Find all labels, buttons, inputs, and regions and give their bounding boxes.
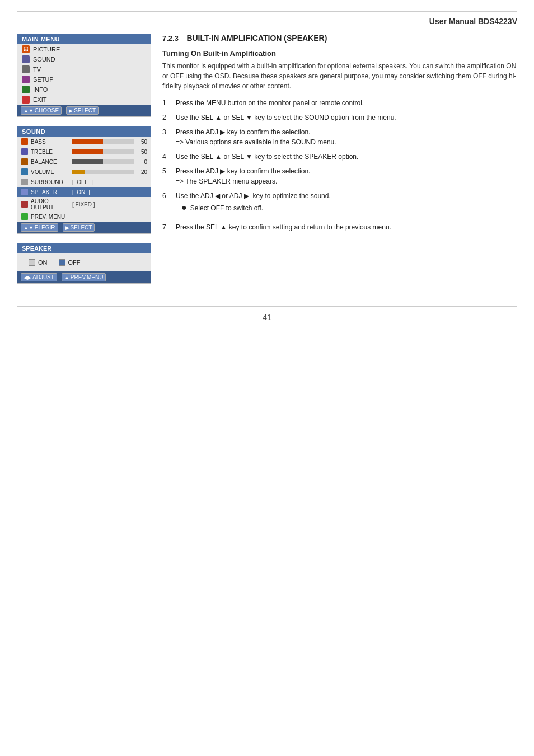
subsection-title: Turning On Built-in Amplification bbox=[162, 49, 517, 58]
main-menu-bottom-bar: ▲▼ CHOOSE ▶ SELECT bbox=[17, 105, 151, 116]
sound-item-audio-output: AUDIO OUTPUT [ FIXED ] bbox=[17, 197, 151, 212]
svg-rect-2 bbox=[22, 56, 29, 63]
menu-item-tv: TV bbox=[17, 64, 151, 74]
exit-label: EXIT bbox=[33, 96, 46, 103]
sound-select-btn: ▶ SELECT bbox=[63, 223, 95, 232]
section-header: 7.2.3 BUILT-IN AMPLIFICATION (SPEAKER) bbox=[162, 34, 517, 43]
sound-menu-bottom-bar: ▲▼ ELEGIR ▶ SELECT bbox=[17, 222, 151, 233]
left-column: MAIN MENU 🖼 PICTURE SOUND TV bbox=[17, 34, 151, 284]
exit-icon bbox=[22, 96, 30, 104]
volume-bar bbox=[72, 170, 134, 174]
right-column: 7.2.3 BUILT-IN AMPLIFICATION (SPEAKER) T… bbox=[162, 34, 517, 284]
balance-icon bbox=[21, 158, 29, 166]
svg-rect-3 bbox=[22, 66, 29, 73]
sound-menu-title: SOUND bbox=[17, 126, 151, 137]
sound-item-surround: SURROUND [ OFF ] bbox=[17, 177, 151, 187]
audio-output-icon bbox=[21, 200, 29, 208]
svg-rect-12 bbox=[21, 189, 28, 195]
step-4: 4 Use the SEL ▲ or SEL ▼ key to select t… bbox=[162, 152, 517, 162]
prev-menu-btn: ▲ PREV.MENU bbox=[62, 273, 106, 281]
info-label: INFO bbox=[33, 86, 48, 93]
step-3: 3 Press the ADJ ▶ key to confirm the sel… bbox=[162, 127, 517, 147]
picture-label: PICTURE bbox=[33, 46, 60, 53]
picture-icon: 🖼 bbox=[22, 45, 30, 53]
sub-bullet-item: ● Select OFF to switch off. bbox=[181, 203, 517, 213]
speaker-on-checkbox bbox=[29, 259, 35, 266]
svg-rect-8 bbox=[21, 148, 28, 155]
sound-item-volume: VOLUME 20 bbox=[17, 167, 151, 177]
sub-bullet-list: ● Select OFF to switch off. bbox=[181, 203, 517, 213]
svg-text:🖼: 🖼 bbox=[24, 47, 28, 52]
main-menu-osd: MAIN MENU 🖼 PICTURE SOUND TV bbox=[17, 34, 151, 117]
adjust-btn: ◀▶ ADJUST bbox=[21, 273, 57, 281]
speaker-menu-osd: SPEAKER ON OFF ◀▶ ADJUST ▲ PREV. bbox=[17, 243, 151, 284]
step-5: 5 Press the ADJ ▶ key to confirm the sel… bbox=[162, 166, 517, 186]
svg-rect-9 bbox=[21, 158, 28, 165]
balance-bar bbox=[72, 159, 134, 164]
page-footer: 41 bbox=[17, 306, 517, 327]
svg-rect-13 bbox=[21, 201, 28, 208]
steps-list: 1 Press the MENU button on the monitor p… bbox=[162, 98, 517, 232]
sound-item-speaker: SPEAKER [ ON ] bbox=[17, 187, 151, 197]
svg-rect-7 bbox=[21, 138, 28, 145]
select-btn: ▶ SELECT bbox=[66, 106, 99, 115]
speaker-menu-title: SPEAKER bbox=[17, 243, 151, 253]
setup-icon bbox=[22, 76, 30, 83]
menu-item-exit: EXIT bbox=[17, 95, 151, 105]
svg-rect-14 bbox=[21, 213, 28, 220]
prev-menu-icon bbox=[21, 213, 29, 220]
surround-icon bbox=[21, 178, 29, 186]
sound-label: SOUND bbox=[33, 56, 55, 63]
sound-icon bbox=[22, 55, 30, 63]
treble-icon bbox=[21, 148, 29, 156]
menu-item-info: INFO bbox=[17, 84, 151, 95]
step-2: 2 Use the SEL ▲ or SEL ▼ key to select t… bbox=[162, 112, 517, 123]
page-header: User Manual BDS4223V bbox=[0, 12, 534, 28]
main-menu-title: MAIN MENU bbox=[17, 34, 151, 44]
elegir-btn: ▲▼ ELEGIR bbox=[21, 223, 58, 232]
step-7: 7 Press the SEL ▲ key to confirm setting… bbox=[162, 222, 517, 232]
section-number: 7.2.3 BUILT-IN AMPLIFICATION (SPEAKER) bbox=[162, 34, 327, 43]
sound-menu-osd: SOUND BASS 50 TREBLE bbox=[17, 126, 151, 234]
page-number: 41 bbox=[263, 313, 271, 322]
sound-item-balance: BALANCE 0 bbox=[17, 157, 151, 167]
sound-item-bass: BASS 50 bbox=[17, 137, 151, 147]
choose-btn: ▲▼ CHOOSE bbox=[21, 106, 62, 115]
speaker-off-checkbox bbox=[59, 259, 65, 266]
section-intro: This monitor is equipped with a built-in… bbox=[162, 61, 517, 91]
svg-rect-10 bbox=[21, 168, 28, 175]
svg-rect-4 bbox=[22, 76, 29, 83]
bass-icon bbox=[21, 138, 29, 145]
speaker-on-option: ON bbox=[29, 259, 48, 266]
sound-item-prev-menu: PREV. MENU bbox=[17, 212, 151, 222]
svg-rect-11 bbox=[21, 179, 28, 185]
svg-rect-6 bbox=[22, 96, 29, 103]
step-1: 1 Press the MENU button on the monitor p… bbox=[162, 98, 517, 108]
speaker-icon bbox=[21, 188, 29, 196]
treble-bar bbox=[72, 149, 134, 154]
info-icon bbox=[22, 86, 30, 93]
speaker-off-label: OFF bbox=[68, 259, 81, 266]
speaker-bottom-bar: ◀▶ ADJUST ▲ PREV.MENU bbox=[17, 271, 151, 283]
tv-label: TV bbox=[33, 66, 41, 73]
speaker-options: ON OFF bbox=[17, 253, 151, 271]
speaker-off-option: OFF bbox=[59, 259, 81, 266]
bass-bar bbox=[72, 139, 134, 144]
menu-item-picture: 🖼 PICTURE bbox=[17, 44, 151, 54]
manual-title: User Manual BDS4223V bbox=[429, 17, 517, 26]
step-6: 6 Use the ADJ ◀ or ADJ ▶ key to optimize… bbox=[162, 191, 517, 218]
tv-icon bbox=[22, 65, 30, 73]
setup-label: SETUP bbox=[33, 76, 54, 83]
speaker-on-label: ON bbox=[38, 259, 48, 266]
menu-item-sound: SOUND bbox=[17, 54, 151, 64]
menu-item-setup: SETUP bbox=[17, 74, 151, 84]
volume-icon bbox=[21, 168, 29, 176]
sound-item-treble: TREBLE 50 bbox=[17, 147, 151, 157]
svg-rect-5 bbox=[22, 86, 29, 93]
